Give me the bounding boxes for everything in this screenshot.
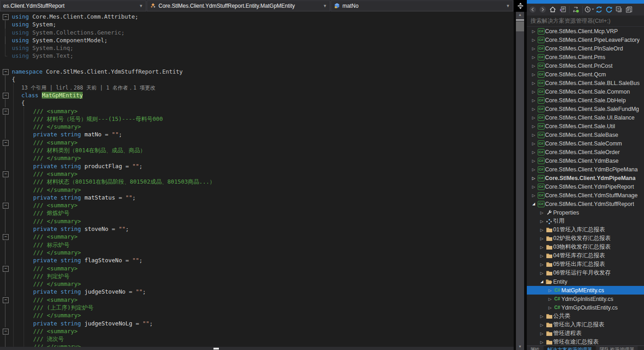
tree-item-folder-open[interactable]: ◢Entity [527,277,644,286]
code-line[interactable]: /// </summary> [0,154,514,162]
expand-chevron-icon[interactable]: ▷ [530,81,537,85]
code-line[interactable]: /// 材料类别（8014在制品、成品、商品） [0,146,514,154]
code-line[interactable]: /// 材料号（坯号）规则---(15)----母料号000 [0,115,514,123]
code-line[interactable]: /// 标示炉号 [0,241,514,249]
fold-collapse-icon[interactable] [0,13,10,20]
expand-chevron-icon[interactable]: ▷ [539,210,545,215]
code-line[interactable]: private string judgeStoveNo = ""; [0,288,514,295]
code-line[interactable]: using System.Collections.Generic; [0,29,514,36]
type-dropdown[interactable]: Core.StlMes.Client.YdmStuffReport.Entity… [147,0,330,11]
expand-chevron-icon[interactable]: ▷ [530,159,537,163]
expand-chevron-icon[interactable]: ▷ [530,72,537,77]
expand-chevron-icon[interactable]: ▷ [530,167,537,172]
code-line[interactable]: /// </summary> [0,123,514,130]
expand-chevron-icon[interactable]: ▷ [539,245,545,250]
code-line[interactable]: /// </summary> [0,280,514,288]
expand-chevron-icon[interactable]: ▷ [539,331,545,336]
expand-chevron-icon[interactable]: ▷ [530,185,537,189]
code-line[interactable]: private string productFlag = ""; [0,162,514,170]
code-line[interactable]: /// <summary> [0,233,514,240]
tree-item-project[interactable]: ▷C#Core.StlMes.Client.Sale.UI.Balance [527,113,644,122]
tree-item-cs[interactable]: ▷C#YdmGpInlistEntity.cs [527,295,644,303]
expand-chevron-icon[interactable]: ▷ [530,46,537,51]
tree-item-folder[interactable]: ▷01管坯入库汇总报表 [527,225,644,234]
tree-item-project[interactable]: ▷C#Core.StlMes.Client.YdmPipeReport [527,182,644,191]
code-line[interactable]: using System.Linq; [0,44,514,52]
code-line[interactable]: /// <summary> [0,327,514,335]
expand-chevron-icon[interactable]: ▷ [547,288,553,293]
tree-item-cs[interactable]: ▷C#MatGpMEntity.cs [527,286,644,295]
member-dropdown[interactable]: matNo ▼ [331,0,513,11]
forward-icon[interactable] [538,5,548,15]
fold-collapse-icon[interactable] [0,233,10,240]
collapse-chevron-icon[interactable]: ◢ [530,202,537,206]
scrollbar-thumb[interactable] [516,21,524,31]
expand-chevron-icon[interactable]: ▷ [539,228,545,232]
scroll-down-icon[interactable]: ▼ [516,344,524,350]
tree-item-folder[interactable]: ▷公共类 [527,312,644,320]
expand-chevron-icon[interactable]: ▷ [530,64,537,68]
back-icon[interactable] [528,5,538,15]
collapse-chevron-icon[interactable]: ◢ [539,280,545,284]
fold-collapse-icon[interactable] [0,265,10,272]
tree-item-folder[interactable]: ▷05管坯出库汇总报表 [527,260,644,269]
code-line[interactable]: 13 个引用 | lirl，288 天前 | 1 名作者，1 项更改 [0,84,514,91]
scrollbar-track[interactable]: ▲ ▼ [516,12,524,350]
code-line[interactable]: /// <summary> [0,296,514,304]
fold-collapse-icon[interactable] [0,107,10,115]
project-dropdown[interactable]: es.Client.YdmStuffReport ▼ [0,0,146,11]
tree-item-folder[interactable]: ▷管坯出入库汇总报表 [527,320,644,329]
code-line[interactable]: using System; [0,20,514,28]
tree-item-project[interactable]: ▷C#Core.StlMes.Client.Mcp.VRP [527,27,644,35]
tree-item-project[interactable]: ▷C#Core.StlMes.Client.Qcm [527,70,644,79]
tree-item-project[interactable]: ▷C#Core.StlMes.Client.SaleComm [527,139,644,148]
expand-chevron-icon[interactable]: ▷ [539,219,545,224]
refresh-icon[interactable] [594,5,604,15]
tree-item-project[interactable]: ▷C#Core.StlMes.Client.Sale.SaleFundMg [527,105,644,113]
sync-with-active-document-icon[interactable] [571,5,581,15]
code-line[interactable]: { [0,99,514,107]
switch-views-icon[interactable] [558,5,568,15]
fold-collapse-icon[interactable] [0,327,10,335]
code-line[interactable]: { [0,75,514,83]
code-line[interactable]: /// </summary> [0,249,514,256]
tree-item-project[interactable]: ▷C#Core.StlMes.Client.Sale.DbHelp [527,96,644,105]
scroll-up-icon[interactable]: ▲ [516,12,524,18]
tree-item-cs[interactable]: ▷C#YdmGpOutlistEntity.cs [527,303,644,312]
tree-item-refs[interactable]: ▷引用 [527,217,644,225]
tree-item-folder[interactable]: ▷03物料收发存汇总报表 [527,243,644,251]
code-line[interactable]: private string flagStoveNo = ""; [0,256,514,264]
expand-chevron-icon[interactable]: ▷ [539,262,545,267]
expand-chevron-icon[interactable]: ▷ [539,323,545,327]
tree-item-wrench[interactable]: ▷Properties [527,208,644,217]
code-line[interactable]: /// </summary> [0,217,514,225]
expand-chevron-icon[interactable]: ▷ [539,314,545,319]
fold-collapse-icon[interactable] [0,296,10,304]
tree-item-project[interactable]: ▷C#Core.StlMes.Client.SaleOrder [527,148,644,156]
code-line[interactable] [0,60,514,68]
expand-chevron-icon[interactable]: ▷ [530,115,537,120]
code-line[interactable]: private string stoveNo = ""; [0,225,514,233]
code-line[interactable]: class MatGpMEntity [0,91,514,99]
code-line[interactable]: using Core.Mes.Client.Comm.Attribute; [0,13,514,20]
panel-tab[interactable]: 团队资源管理器 [596,346,638,350]
tree-item-project[interactable]: ▷C#Core.StlMes.Client.SaleBase [527,130,644,139]
preview-selected-items-icon[interactable] [624,5,634,15]
tree-item-project[interactable]: ▷C#Core.StlMes.Client.YdmStuffManage [527,191,644,200]
tree-item-project[interactable]: ▷C#Core.StlMes.Client.PipeLeaveFactory [527,35,644,44]
code-line[interactable]: using System.ComponentModel; [0,36,514,44]
expand-chevron-icon[interactable]: ▷ [539,340,545,345]
expand-chevron-icon[interactable]: ▷ [530,124,537,129]
tree-item-project[interactable]: ▷C#Core.StlMes.Client.YdmBase [527,156,644,165]
panel-tab[interactable]: 解决方案资源管理器 [544,346,595,350]
code-line[interactable]: /// <summary> [0,170,514,178]
code-line[interactable]: private string matNo = ""; [0,130,514,138]
code-line[interactable]: namespace Core.StlMes.Client.YdmStuffRep… [0,68,514,75]
expand-chevron-icon[interactable]: ▷ [530,150,537,155]
expand-chevron-icon[interactable]: ▷ [547,305,553,310]
code-line[interactable]: /// </summary> [0,186,514,194]
code-line[interactable]: private string judgeStoveNoLg = ""; [0,320,514,327]
tree-item-project[interactable]: ▷C#Core.StlMes.Client.PlnSaleOrd [527,44,644,53]
horizontal-scrollbar[interactable] [0,347,514,350]
fold-collapse-icon[interactable] [0,91,10,99]
